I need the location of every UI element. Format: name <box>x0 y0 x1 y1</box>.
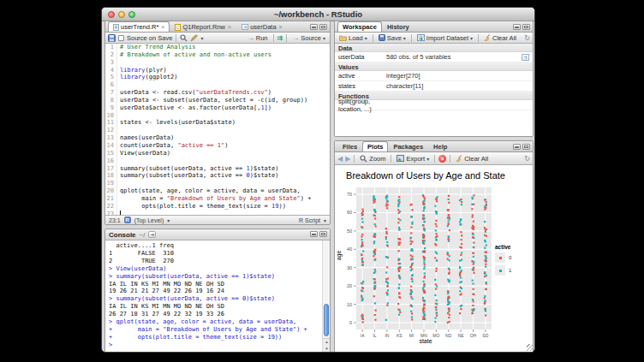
refresh-icon[interactable]: ↻ <box>524 155 530 163</box>
legend-swatch <box>495 252 505 263</box>
scrollbar-arrows[interactable]: ▲ ▼ <box>323 338 331 352</box>
save-icon[interactable] <box>108 34 116 42</box>
clear-all-button[interactable]: Clear All <box>482 34 518 42</box>
next-plot-icon[interactable]: ▶ <box>345 155 350 163</box>
doc-type-selector[interactable]: R Script <box>299 217 320 223</box>
object-name: states <box>338 82 386 90</box>
minimize-pane-icon[interactable] <box>513 24 521 30</box>
legend-title: active <box>495 244 531 250</box>
object-name: active <box>338 72 386 80</box>
scroll-up-icon[interactable]: ▲ <box>323 339 331 346</box>
console-header: Console ~/ ➔ <box>105 229 330 240</box>
workspace-object-list: DatauserData580 obs. of 5 variablesValue… <box>335 44 533 136</box>
save-icon <box>379 34 385 41</box>
workspace-object-row[interactable]: activeinteger[270] <box>335 71 533 81</box>
tab-plots[interactable]: Plots <box>362 141 388 151</box>
scope-selector[interactable]: (Top Level) <box>134 217 164 223</box>
svg-text:40: 40 <box>347 246 352 252</box>
chevron-down-icon: ▾ <box>365 35 367 41</box>
rerun-icon[interactable]: ⇉ <box>277 34 283 42</box>
console-line: > <box>109 341 322 349</box>
maximize-pane-icon[interactable] <box>522 24 530 30</box>
window-titlebar[interactable]: ~/workbench - RStudio <box>102 8 534 21</box>
cursor-position: 23:1 <box>109 217 121 223</box>
previous-plot-icon[interactable]: ◀ <box>337 155 343 163</box>
code-line: 7userData <- read.csv("userDataTrends.cs… <box>105 89 330 97</box>
workspace-section-header: Values <box>335 62 533 71</box>
save-workspace-button[interactable]: Save ▾ <box>377 34 408 42</box>
tab-packages[interactable]: Packages <box>388 141 428 151</box>
console-output[interactable]: active....1 freq1 FALSE 3102 TRUE 270> V… <box>105 240 322 352</box>
maximize-pane-icon[interactable] <box>319 24 327 30</box>
close-tab-icon[interactable]: × <box>161 24 164 30</box>
console-line: + main = "Breakdown of Users by Age and … <box>109 326 322 334</box>
svg-text:30: 30 <box>347 265 352 270</box>
scroll-down-icon[interactable]: ▼ <box>323 346 331 353</box>
tab-files[interactable]: Files <box>337 141 362 151</box>
code-line: 8userData <- subset(userData, select = -… <box>105 97 330 104</box>
code-line: 22 opts(plot.title = theme_text(size = 1… <box>105 203 330 211</box>
code-line: 19 <box>105 180 330 187</box>
svg-text:0: 0 <box>349 320 352 325</box>
refresh-icon[interactable]: ↻ <box>524 34 530 42</box>
zoom-plot-button[interactable]: Zoom <box>358 155 387 163</box>
workspace-object-row[interactable]: userData580 obs. of 5 variables <box>335 52 533 62</box>
console-scrollbar[interactable]: ▲ ▼ <box>322 240 330 352</box>
export-plot-button[interactable]: Export ▾ <box>395 155 431 163</box>
broom-icon <box>484 34 491 41</box>
code-line: 21 main = "Breakdown of Users by Age and… <box>105 195 330 203</box>
object-name: userData <box>338 53 386 61</box>
minimize-pane-icon[interactable] <box>310 231 318 237</box>
minimize-pane-icon[interactable] <box>513 144 521 150</box>
maximize-pane-icon[interactable] <box>319 231 327 237</box>
y-axis-label: age <box>336 239 342 273</box>
source-on-save-label: Source on Save <box>127 34 172 42</box>
run-button[interactable]: → Run <box>246 34 270 42</box>
source-on-save-checkbox[interactable] <box>118 35 124 41</box>
svg-text:20: 20 <box>347 283 352 288</box>
tab-history[interactable]: History <box>382 21 414 32</box>
tab-workspace[interactable]: Workspace <box>337 21 382 32</box>
tab-userdata[interactable]: userData × <box>236 21 288 32</box>
scrollbar-thumb[interactable] <box>324 304 329 336</box>
tab-q1report-rnw[interactable]: C Q1Report.Rnw × <box>170 21 236 32</box>
tab-help[interactable]: Help <box>428 141 452 151</box>
code-line: 9userData$active <- as.factor(userData[,… <box>105 104 330 112</box>
tab-usertrend-r[interactable]: R userTrend.R* × <box>108 21 170 32</box>
workspace-tabbar: Workspace History <box>335 21 533 33</box>
maximize-pane-icon[interactable] <box>522 144 530 150</box>
load-workspace-button[interactable]: Load ▾ <box>337 34 369 42</box>
code-line: 11states <- levels(userData$state) <box>105 119 330 127</box>
goto-directory-icon[interactable]: ➔ <box>148 231 156 238</box>
workspace-object-row[interactable]: statescharacter[11] <box>335 81 533 92</box>
code-editor[interactable]: 1# User Trend Analysis2# Breakdown of ac… <box>105 44 330 215</box>
chevron-down-icon: ▾ <box>167 217 170 223</box>
export-image-icon <box>397 155 404 162</box>
close-tab-icon[interactable]: × <box>279 24 283 30</box>
minimize-pane-icon[interactable] <box>310 24 318 30</box>
workspace-toolbar: Load ▾ Save ▾ Import Dataset ▾ <box>335 33 533 44</box>
source-statusbar: 23:1 R (Top Level) ▾ R Script ▾ <box>105 215 330 224</box>
import-dataset-button[interactable]: Import Dataset ▾ <box>415 34 474 42</box>
code-line: 5library(ggplot2) <box>105 74 330 81</box>
workspace-object-row[interactable]: split(group, location, ...) <box>335 100 533 110</box>
svg-text:70: 70 <box>347 192 352 197</box>
resize-grip[interactable] <box>527 344 534 351</box>
clear-all-plots-button[interactable]: Clear All <box>454 155 490 163</box>
close-tab-icon[interactable]: × <box>228 24 231 30</box>
console-title: Console <box>109 231 136 239</box>
view-data-grid-icon[interactable] <box>522 54 529 61</box>
chevron-down-icon: ▾ <box>324 217 326 223</box>
chevron-down-icon[interactable]: ▾ <box>200 35 203 41</box>
svg-text:10: 10 <box>347 302 352 307</box>
console-line: > View(userData) <box>109 265 322 273</box>
console-line: IA IL IN KS MI MN MO ND NE OH SD <box>109 303 322 311</box>
search-icon[interactable] <box>180 34 188 42</box>
source-button[interactable]: → Source ▾ <box>290 34 327 42</box>
rnw-file-icon: C <box>175 24 181 31</box>
remove-plot-icon[interactable]: × <box>438 155 446 163</box>
console-line: 1 FALSE 310 <box>109 250 322 258</box>
console-line: > summary(subset(userData, active == 0)$… <box>109 295 322 303</box>
code-tools-pencil-icon[interactable] <box>190 34 198 42</box>
code-line: 14count(userData, "active == 1") <box>105 142 330 150</box>
